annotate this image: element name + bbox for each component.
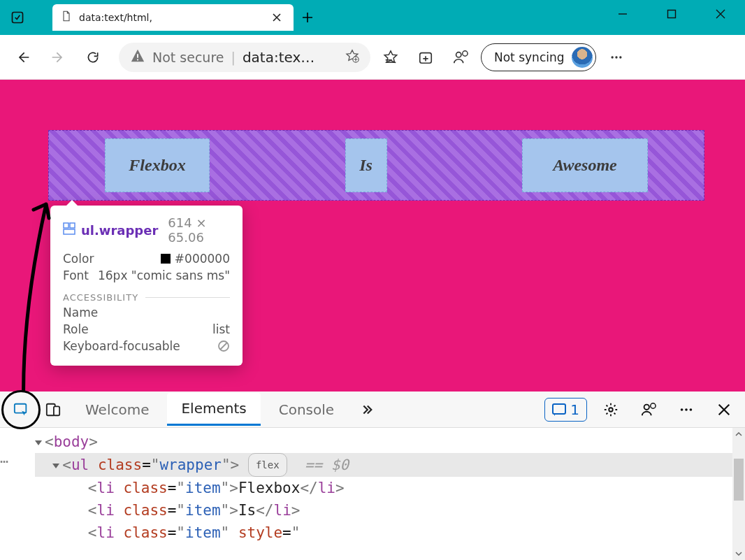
- svg-point-6: [456, 52, 461, 57]
- svg-rect-2: [137, 54, 138, 58]
- browser-tab[interactable]: data:text/html,: [52, 4, 294, 31]
- color-swatch: [161, 254, 171, 264]
- page-icon: [61, 10, 72, 24]
- new-tab-button[interactable]: [294, 4, 321, 31]
- tab-elements[interactable]: Elements: [167, 393, 260, 426]
- url-display: data:tex…: [243, 49, 314, 66]
- svg-rect-12: [70, 223, 75, 228]
- svg-point-23: [685, 408, 688, 411]
- tab-title: data:text/html,: [79, 12, 261, 23]
- flex-item[interactable]: Flexbox: [105, 138, 210, 192]
- svg-point-8: [611, 56, 613, 58]
- a11y-role-value: list: [212, 322, 230, 336]
- not-secure-icon: [130, 48, 145, 66]
- a11y-kbf-label: Keyboard-focusable: [63, 339, 180, 353]
- scroll-thumb[interactable]: [734, 459, 744, 501]
- svg-rect-11: [64, 223, 68, 228]
- more-menu-icon[interactable]: [602, 43, 631, 72]
- tooltip-font-label: Font: [63, 268, 89, 282]
- back-button[interactable]: [8, 43, 38, 72]
- more-tabs-button[interactable]: [352, 396, 380, 424]
- tooltip-color-value: #000000: [175, 252, 230, 266]
- collections-icon[interactable]: [411, 43, 440, 72]
- devtools-panel: Welcome Elements Console 1 ⋯ <body> <ul …: [0, 392, 745, 560]
- settings-icon[interactable]: [597, 396, 625, 424]
- svg-point-7: [463, 50, 468, 55]
- feedback-icon[interactable]: [635, 396, 663, 424]
- address-bar[interactable]: Not secure | data:tex…: [119, 43, 370, 72]
- profile-sync-pill[interactable]: Not syncing: [481, 43, 596, 71]
- forward-button[interactable]: [43, 43, 73, 72]
- issues-count: 1: [570, 401, 579, 418]
- svg-point-9: [615, 56, 617, 58]
- highlighted-flex-container[interactable]: Flexbox Is Awesome: [48, 130, 704, 201]
- tab-console[interactable]: Console: [265, 394, 348, 425]
- a11y-header: ACCESSIBILITY: [63, 292, 138, 303]
- browser-toolbar: Not secure | data:tex… Not syncing: [0, 35, 745, 80]
- devtools-right: 1: [544, 396, 738, 424]
- element-inspect-tooltip: ul.wrapper 614 × 65.06 Color#000000 Font…: [50, 206, 243, 366]
- close-window-button[interactable]: [696, 0, 745, 28]
- a11y-role-label: Role: [63, 322, 89, 336]
- separator: |: [231, 50, 236, 65]
- tooltip-selector: ul.wrapper: [81, 223, 158, 238]
- a11y-name-label: Name: [63, 306, 98, 320]
- tooltip-dimensions: 614 × 65.06: [168, 215, 230, 245]
- tab-actions-icon[interactable]: [0, 0, 35, 35]
- flex-badge-icon: [63, 222, 75, 238]
- svg-point-24: [690, 408, 693, 411]
- avatar: [572, 47, 593, 68]
- favorites-icon[interactable]: [376, 43, 405, 72]
- tooltip-font-value: 16px "comic sans ms": [98, 268, 230, 282]
- tooltip-color-label: Color: [63, 252, 94, 266]
- tab-welcome[interactable]: Welcome: [71, 394, 163, 425]
- person-icon[interactable]: [446, 43, 475, 72]
- favorite-add-icon[interactable]: [345, 49, 359, 66]
- flex-item[interactable]: Awesome: [522, 138, 648, 192]
- issues-button[interactable]: 1: [544, 398, 587, 422]
- svg-rect-15: [15, 403, 27, 412]
- minimize-button[interactable]: [598, 0, 647, 28]
- svg-rect-3: [137, 59, 138, 60]
- scroll-up-icon[interactable]: [732, 428, 745, 440]
- maximize-button[interactable]: [647, 0, 696, 28]
- window-titlebar: data:text/html,: [0, 0, 745, 35]
- rendered-page: Flexbox Is Awesome ul.wrapper 614 × 65.0…: [0, 80, 745, 392]
- flex-item[interactable]: Is: [345, 138, 387, 192]
- svg-rect-13: [64, 229, 75, 234]
- svg-point-21: [651, 403, 656, 408]
- devtools-close-icon[interactable]: [710, 396, 738, 424]
- devtools-tabbar: Welcome Elements Console 1: [0, 392, 745, 428]
- svg-rect-1: [668, 10, 676, 18]
- scroll-down-icon[interactable]: [732, 547, 745, 560]
- svg-point-10: [619, 56, 621, 58]
- sync-label: Not syncing: [494, 50, 565, 64]
- svg-point-19: [609, 408, 613, 412]
- flex-badge[interactable]: flex: [248, 453, 287, 477]
- breadcrumb-ellipsis[interactable]: ⋯: [0, 453, 8, 470]
- dom-tree[interactable]: <body> <ul class="wrapper"> flex == $0 <…: [0, 428, 732, 560]
- refresh-button[interactable]: [78, 43, 108, 72]
- security-label: Not secure: [152, 50, 224, 65]
- svg-rect-18: [553, 404, 565, 414]
- element-picker-button[interactable]: [7, 396, 35, 424]
- svg-point-20: [644, 404, 649, 409]
- svg-point-22: [681, 408, 683, 411]
- device-toggle-button[interactable]: [39, 396, 67, 424]
- svg-rect-17: [54, 406, 59, 415]
- elements-panel: ⋯ <body> <ul class="wrapper"> flex == $0…: [0, 428, 745, 560]
- scrollbar[interactable]: [732, 428, 745, 560]
- not-focusable-icon: [217, 340, 230, 352]
- window-controls: [598, 0, 745, 35]
- tab-close-icon[interactable]: [268, 9, 285, 26]
- titlebar-left: data:text/html,: [0, 0, 321, 35]
- kebab-menu-icon[interactable]: [672, 396, 700, 424]
